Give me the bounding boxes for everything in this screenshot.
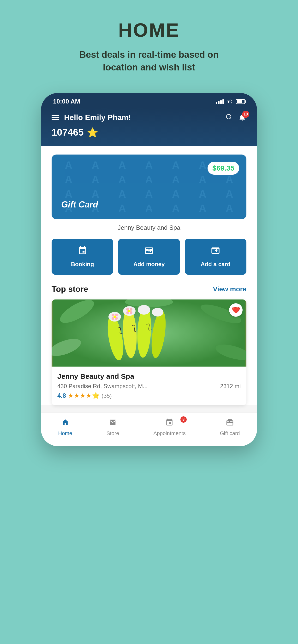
svg-point-19 (113, 316, 116, 318)
nav-item-gift-card[interactable]: Gift card (220, 418, 240, 436)
svg-point-25 (128, 310, 130, 312)
status-icons: ▾⌇ (216, 98, 245, 105)
store-card-info: Jenny Beauty and Spa 430 Paradise Rd, Sw… (52, 366, 246, 405)
add-money-label: Add money (133, 261, 165, 268)
header-greeting: Hello Emily Pham! (64, 113, 131, 122)
home-nav-label: Home (58, 430, 72, 436)
menu-icon[interactable] (52, 115, 59, 120)
gift-card-section: AAAAAAA AAAAAAA AAAAAAA AAAAAAA $69.35 G… (52, 146, 246, 232)
heart-icon: ❤️ (232, 306, 240, 314)
gift-card-nav-icon (226, 418, 234, 428)
store-card-image: ❤️ (52, 300, 246, 366)
points-star-icon: ⭐ (87, 127, 98, 138)
appointments-nav-label: Appointments (153, 430, 186, 436)
header-top: Hello Emily Pham! 10 (52, 113, 246, 122)
notification-badge: 10 (242, 111, 249, 118)
gift-card-label: Gift Card (61, 200, 237, 210)
appointments-badge: 8 (181, 416, 187, 422)
star-1: ★ (68, 392, 73, 400)
rating-number: 4.8 (57, 392, 66, 400)
svg-point-12 (138, 305, 150, 314)
booking-button[interactable]: Booking (52, 238, 113, 275)
gift-card-nav-label: Gift card (220, 430, 240, 436)
store-card-name: Jenny Beauty and Spa (57, 372, 241, 380)
battery-icon (236, 99, 245, 104)
phone-frame: 10:00 AM ▾⌇ Hello Emily Pham! (41, 93, 257, 446)
add-card-icon (211, 246, 220, 258)
view-more-link[interactable]: View more (213, 285, 246, 293)
appointments-nav-icon (165, 418, 174, 428)
star-2: ★ (74, 392, 79, 400)
heart-button[interactable]: ❤️ (229, 303, 243, 317)
app-header: Hello Emily Pham! 10 107465 ⭐ (41, 108, 257, 146)
svg-point-13 (152, 308, 163, 316)
page-subtitle: Best deals in real-time based on locatio… (65, 48, 233, 74)
booking-label: Booking (71, 261, 94, 268)
add-card-label: Add a card (201, 261, 230, 268)
home-nav-icon (61, 418, 69, 428)
store-card[interactable]: ❤️ Jenny Beauty and Spa 430 Paradise Rd,… (52, 300, 246, 405)
add-card-button[interactable]: Add a card (185, 238, 246, 275)
rating-stars: ★ ★ ★ ★ ⭐ (68, 392, 100, 400)
wifi-icon: ▾⌇ (227, 98, 232, 105)
gift-card-store-name: Jenny Beauty and Spa (52, 224, 246, 232)
star-4: ★ (86, 392, 91, 400)
notification-button[interactable]: 10 (238, 113, 246, 122)
store-card-rating: 4.8 ★ ★ ★ ★ ⭐ (35) (57, 392, 241, 400)
gift-card[interactable]: AAAAAAA AAAAAAA AAAAAAA AAAAAAA $69.35 G… (52, 154, 246, 219)
nav-item-appointments[interactable]: 8 Appointments (153, 418, 186, 436)
top-store-header: Top store View more (52, 284, 246, 294)
bottom-nav: Home Store 8 Appointments (41, 412, 257, 446)
store-card-distance: 2312 mi (220, 383, 241, 390)
store-nav-icon (109, 418, 117, 428)
star-5: ⭐ (92, 392, 100, 400)
store-card-meta: 430 Paradise Rd, Swampscott, M... 2312 m… (57, 383, 241, 390)
store-nav-label: Store (106, 430, 119, 436)
add-money-icon (144, 246, 154, 258)
action-buttons: Booking Add money Add a card (52, 238, 246, 275)
booking-icon (78, 246, 87, 258)
status-bar: 10:00 AM ▾⌇ (41, 93, 257, 108)
review-count: (35) (101, 392, 112, 399)
page-title: HOME (118, 19, 180, 41)
nav-item-home[interactable]: Home (58, 418, 72, 436)
gift-card-price: $69.35 (208, 162, 239, 175)
main-content: AAAAAAA AAAAAAA AAAAAAA AAAAAAA $69.35 G… (41, 146, 257, 405)
signal-icon (216, 99, 224, 104)
header-left: Hello Emily Pham! (52, 113, 131, 122)
top-store-title: Top store (52, 284, 88, 294)
header-points: 107465 ⭐ (52, 127, 246, 138)
header-right: 10 (225, 113, 246, 122)
nav-item-store[interactable]: Store (106, 418, 119, 436)
store-card-address: 430 Paradise Rd, Swampscott, M... (57, 383, 220, 390)
add-money-button[interactable]: Add money (118, 238, 180, 275)
status-time: 10:00 AM (53, 98, 80, 105)
refresh-button[interactable] (225, 113, 232, 122)
star-3: ★ (80, 392, 85, 400)
